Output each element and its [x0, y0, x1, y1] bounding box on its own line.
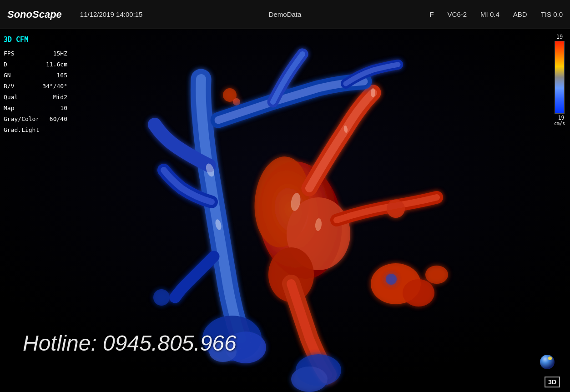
svg-point-17: [386, 274, 397, 285]
3d-ball-icon: [538, 352, 556, 370]
left-panel: 3D CFM FPS 15HZ D 11.6cm GN 165 B/V 34°/…: [4, 34, 67, 136]
gn-label: GN: [4, 70, 11, 81]
svg-point-10: [387, 200, 405, 218]
scale-unit: cm/s: [554, 121, 565, 126]
bv-value: 34°/40°: [42, 81, 67, 92]
svg-point-7: [425, 266, 448, 284]
bv-label: B/V: [4, 81, 14, 92]
d-value: 11.6cm: [46, 59, 67, 70]
gn-value: 165: [57, 70, 67, 81]
param-gray-color: Gray/Color 60/40: [4, 114, 67, 125]
svg-point-24: [540, 355, 555, 369]
grad-light-label: Grad.Light: [4, 125, 39, 136]
d-label: D: [4, 59, 7, 70]
mi-label: MI 0.4: [480, 10, 499, 18]
fps-value: 15HZ: [53, 48, 67, 59]
param-d: D 11.6cm: [4, 59, 67, 70]
scale-top-value: 19: [556, 34, 563, 40]
svg-point-16: [153, 289, 170, 306]
svg-point-9: [233, 98, 240, 106]
gray-color-value: 60/40: [50, 114, 67, 125]
param-qual: Qual Mid2: [4, 92, 67, 103]
svg-point-22: [371, 88, 375, 97]
param-grad-light: Grad.Light: [4, 125, 67, 136]
probe-label: VC6-2: [448, 10, 467, 18]
param-gn: GN 165: [4, 70, 67, 81]
gray-color-label: Gray/Color: [4, 114, 39, 125]
datetime-display: 11/12/2019 14:00:15: [80, 10, 143, 18]
f-label: F: [429, 10, 434, 18]
map-label: Map: [4, 103, 14, 114]
qual-label: Qual: [4, 92, 18, 103]
tis-label: TIS 0.0: [541, 10, 563, 18]
fps-label: FPS: [4, 48, 14, 59]
qual-value: Mid2: [53, 92, 67, 103]
abd-label: ABD: [513, 10, 527, 18]
map-value: 10: [60, 103, 67, 114]
panel-title: 3D CFM: [4, 34, 67, 46]
header-right-info: F VC6-2 MI 0.4 ABD TIS 0.0: [429, 10, 563, 18]
3d-badge: 3D: [545, 377, 560, 387]
hotline-text: Hotline: 0945.805.966: [23, 331, 237, 356]
color-scale: 19 -19 cm/s: [555, 34, 565, 126]
scale-bar: [555, 41, 565, 114]
logo: SonoScape: [7, 9, 62, 20]
svg-point-25: [548, 357, 552, 360]
svg-point-15: [291, 367, 328, 392]
param-bv: B/V 34°/40°: [4, 81, 67, 92]
svg-point-6: [403, 279, 434, 307]
param-fps: FPS 15HZ: [4, 48, 67, 59]
header-bar: SonoScape 11/12/2019 14:00:15 DemoData F…: [0, 0, 570, 29]
param-map: Map 10: [4, 103, 67, 114]
patient-name: DemoData: [269, 10, 302, 18]
scale-bottom-value: -19: [555, 115, 565, 121]
imaging-area: 3D CFM FPS 15HZ D 11.6cm GN 165 B/V 34°/…: [0, 29, 570, 392]
